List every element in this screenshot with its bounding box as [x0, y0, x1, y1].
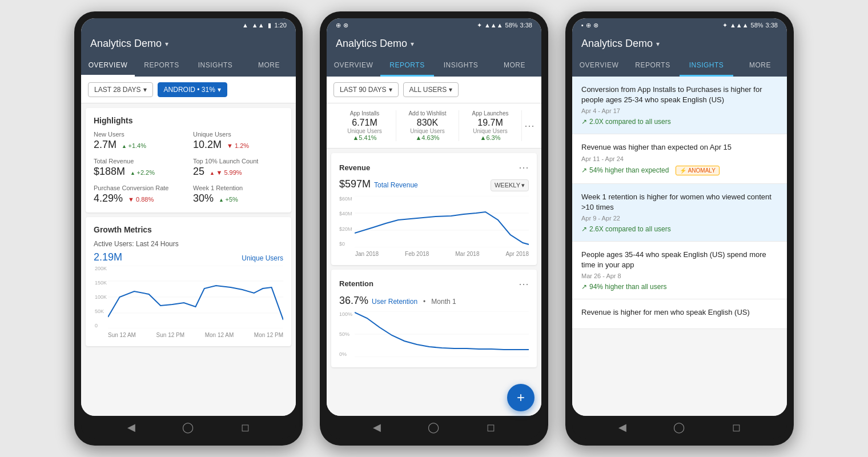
tab-reports-2[interactable]: Reports	[380, 55, 434, 77]
metric-launch-count: Top 10% Launch Count 25 ▼ 5.99%	[193, 158, 283, 178]
tab-insights-2[interactable]: Insights	[434, 55, 488, 77]
metric-week1-retention: Week 1 Retention 30% +5%	[193, 185, 283, 205]
home-button-3[interactable]: ◯	[673, 421, 685, 434]
recents-button-1[interactable]: ◻	[241, 421, 250, 434]
growth-title: Growth Metrics	[94, 225, 283, 234]
filter1-chevron: ▾	[143, 86, 147, 94]
highlights-card: Highlights New Users 2.7M +1.4% Unique U…	[86, 108, 291, 213]
tab-overview-2[interactable]: Overview	[327, 55, 380, 77]
highlights-title: Highlights	[94, 116, 283, 125]
trend-icon-3: ↗	[581, 283, 587, 291]
battery-pct-3: 58%	[751, 22, 763, 29]
signal-icon-3: ▲▲▲	[730, 22, 749, 29]
app-title-3: Analytics Demo	[581, 38, 653, 50]
retention-chart-section: Retention ⋯ 36.7% User Retention • Month…	[331, 270, 537, 367]
app-icon-2: ⊗	[343, 22, 348, 29]
insight-title-3: People ages 35-44 who speak English (US)…	[581, 250, 778, 270]
app-header-1[interactable]: Analytics Demo ▾	[81, 32, 296, 55]
header-chevron-3[interactable]: ▾	[656, 40, 660, 48]
fab-button[interactable]: +	[507, 384, 535, 411]
insight-card-2[interactable]: Week 1 retention is higher for women who…	[572, 184, 787, 242]
content-2: LAST 90 DAYS ▾ ALL USERS ▾ App Installs …	[327, 77, 541, 416]
audience-filter-2[interactable]: ALL USERS ▾	[403, 82, 459, 97]
tab-more-1[interactable]: More	[242, 55, 296, 77]
tab-reports-1[interactable]: Reports	[135, 55, 188, 77]
left-status-icons: ⊕ ⊗	[336, 22, 348, 29]
instagram-icon-3: ⊕	[586, 22, 591, 29]
insight-stat-1: ↗ 54% higher than expected ⚡ ANOMALY	[581, 166, 778, 175]
signal-icon-2: ▲▲▲	[484, 22, 503, 29]
insight-date-2: Apr 9 - Apr 22	[581, 215, 778, 222]
metric-total-revenue: Total Revenue $188M +2.2%	[94, 158, 184, 178]
date-filter-1[interactable]: LAST 28 DAYS ▾	[88, 82, 153, 97]
revenue-title: Revenue	[339, 163, 370, 172]
tab-overview-3[interactable]: Overview	[572, 55, 626, 77]
retention-more-btn[interactable]: ⋯	[519, 278, 529, 290]
header-chevron-2[interactable]: ▾	[411, 40, 414, 48]
recents-button-3[interactable]: ◻	[732, 421, 741, 434]
tab-more-3[interactable]: More	[733, 55, 787, 77]
tab-reports-3[interactable]: Reports	[626, 55, 680, 77]
insight-date-0: Apr 4 - Apr 17	[581, 107, 778, 114]
top-metrics-row: App Installs 6.71M Unique Users ▲5.41% A…	[327, 103, 541, 149]
chart-area-1: Sun 12 AM Sun 12 PM Mon 12 AM Mon 12 PM	[108, 266, 283, 338]
app-icon-3: ⊗	[593, 22, 598, 29]
back-button-3[interactable]: ◀	[618, 421, 626, 434]
revenue-value: $597M	[339, 178, 371, 190]
insight-title-4: Revenue is higher for men who speak Engl…	[581, 307, 778, 318]
insight-card-3[interactable]: People ages 35-44 who speak English (US)…	[572, 242, 787, 299]
revenue-chart-inner: $60M $40M $20M $0	[339, 196, 529, 250]
battery-icon: ▮	[268, 22, 271, 29]
bluetooth-icon: ✦	[477, 22, 482, 29]
time-2: 3:38	[520, 22, 532, 29]
back-button-2[interactable]: ◀	[373, 421, 381, 434]
recents-button-2[interactable]: ◻	[487, 421, 495, 434]
wifi-icon: ▲	[242, 22, 248, 29]
active-users-label: Unique Users	[242, 254, 283, 262]
app-header-2[interactable]: Analytics Demo ▾	[327, 32, 541, 55]
insight-card-0[interactable]: Conversion from App Installs to Purchase…	[572, 77, 787, 134]
metrics-more-btn[interactable]: ⋯	[522, 119, 535, 132]
battery-pct-2: 58%	[505, 22, 518, 29]
revenue-period-select[interactable]: WEEKLY ▾	[491, 179, 529, 191]
retention-value: 36.7%	[339, 295, 368, 307]
chart-x-labels: Sun 12 AM Sun 12 PM Mon 12 AM Mon 12 PM	[108, 332, 283, 338]
filter2-chevron: ▾	[218, 86, 221, 94]
filter-bar-2: LAST 90 DAYS ▾ ALL USERS ▾	[327, 77, 541, 103]
trend-icon-1: ↗	[581, 166, 587, 174]
back-button-1[interactable]: ◀	[127, 421, 135, 434]
phone-3: ▪ ⊕ ⊗ ✦ ▲▲▲ 58% 3:38 Analytics Demo ▾ Ov…	[565, 11, 794, 446]
tab-insights-1[interactable]: Insights	[188, 55, 242, 77]
left-icons-3: ▪ ⊕ ⊗	[581, 22, 598, 29]
home-button-1[interactable]: ◯	[182, 421, 194, 434]
app-title-2: Analytics Demo	[336, 38, 407, 50]
filter2-chevron-2: ▾	[449, 86, 452, 94]
revenue-chart-section: Revenue ⋯ $597M Total Revenue WEEKLY ▾ $…	[331, 153, 537, 265]
content-3: Conversion from App Installs to Purchase…	[572, 77, 787, 416]
home-button-2[interactable]: ◯	[428, 421, 439, 434]
revenue-header: Revenue ⋯	[339, 161, 529, 174]
header-chevron-1[interactable]: ▾	[165, 40, 168, 48]
metric-app-installs: App Installs 6.71M Unique Users ▲5.41%	[333, 110, 396, 141]
retention-chart-area	[355, 311, 529, 359]
status-bar-2: ⊕ ⊗ ✦ ▲▲▲ 58% 3:38	[327, 18, 541, 32]
app-header-3[interactable]: Analytics Demo ▾	[572, 32, 787, 55]
tab-more-2[interactable]: More	[488, 55, 541, 77]
status-bar-1: ▲ ▲▲ ▮ 1:20	[81, 18, 296, 32]
tab-overview-1[interactable]: Overview	[81, 55, 135, 77]
status-bar-3: ▪ ⊕ ⊗ ✦ ▲▲▲ 58% 3:38	[572, 18, 787, 32]
platform-filter-1[interactable]: ANDROID • 31% ▾	[158, 82, 227, 97]
revenue-chart-wrapper: $60M $40M $20M $0	[339, 196, 529, 257]
revenue-more-btn[interactable]: ⋯	[519, 161, 529, 174]
date-filter-2[interactable]: LAST 90 DAYS ▾	[333, 82, 399, 97]
insight-stat-0: ↗ 2.0X compared to all users	[581, 118, 778, 126]
insight-card-4[interactable]: Revenue is higher for men who speak Engl…	[572, 299, 787, 328]
tab-insights-3[interactable]: Insights	[680, 55, 733, 77]
metric-conversion-rate: Purchase Conversion Rate 4.29% ▼ 0.88%	[94, 185, 184, 205]
insight-card-1[interactable]: Revenue was higher than expected on Apr …	[572, 134, 787, 183]
insight-date-1: Apr 11 - Apr 24	[581, 155, 778, 162]
retention-user-label: User Retention	[372, 298, 417, 306]
signal-icon: ▲▲	[252, 22, 264, 29]
phone-3-screen: ▪ ⊕ ⊗ ✦ ▲▲▲ 58% 3:38 Analytics Demo ▾ Ov…	[572, 18, 787, 416]
app-title-1: Analytics Demo	[90, 38, 162, 50]
